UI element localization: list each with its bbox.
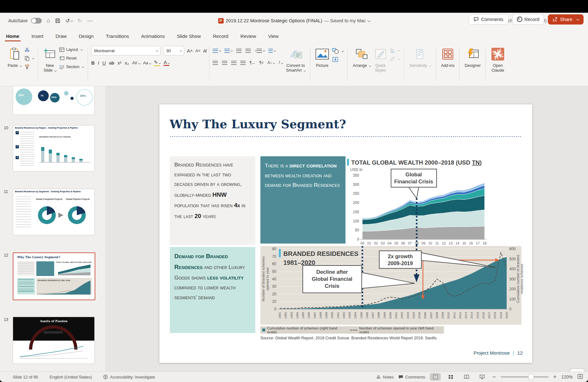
tab-transitions[interactable]: Transitions	[105, 31, 130, 41]
cut-button[interactable]	[25, 46, 34, 53]
subscript-button[interactable]: x₂	[125, 60, 129, 66]
tab-design[interactable]: Design	[78, 31, 94, 41]
zoom-level[interactable]: 120%	[561, 374, 573, 379]
clear-formatting-button[interactable]: A̸	[203, 48, 206, 53]
accessibility-status[interactable]: Accessibility: Investigate	[103, 375, 155, 379]
shape-outline-button[interactable]	[390, 56, 400, 62]
quick-styles-button[interactable]: QuickStyles	[374, 46, 387, 73]
comments-button[interactable]: Comments	[469, 14, 508, 25]
textbox-demand-volatility[interactable]: Demand for Branded Residences and other …	[170, 247, 255, 333]
bullets-button[interactable]	[213, 49, 221, 53]
autosave-toggle[interactable]	[31, 18, 42, 24]
font-color-button[interactable]: A	[163, 60, 169, 66]
section-button[interactable]: Section	[59, 64, 83, 70]
justify-button[interactable]	[240, 61, 246, 65]
increase-indent-button[interactable]	[245, 49, 251, 53]
align-right-button[interactable]	[231, 61, 236, 65]
paste-button[interactable]: Paste	[8, 46, 21, 68]
svg-text:02: 02	[374, 241, 378, 245]
text-direction-button[interactable]: ¶↔	[250, 60, 255, 65]
textbox-branded-residences[interactable]: Branded Residences have expanded in the …	[170, 156, 255, 245]
font-name-select[interactable]: Montserrat	[91, 46, 161, 55]
redo-button[interactable]: ↻	[77, 18, 82, 24]
underline-button[interactable]: U	[102, 60, 106, 66]
format-painter-button[interactable]	[25, 64, 34, 70]
undo-button[interactable]: ↺	[65, 18, 72, 24]
tab-insert[interactable]: Insert	[31, 31, 44, 41]
arrange-button[interactable]: Arrange	[353, 46, 371, 68]
reading-view-button[interactable]	[461, 373, 472, 381]
highlight-color-button[interactable]: ✎	[154, 60, 161, 66]
tab-draw[interactable]: Draw	[55, 31, 67, 41]
normal-view-button[interactable]	[430, 373, 441, 381]
total-global-wealth-chart[interactable]: TOTAL GLOBAL WEALTH 2000–2018 (USD TN)US…	[346, 156, 524, 250]
picture-button[interactable]: Picture	[316, 46, 329, 68]
svg-text:BRANDED RESIDENCES 1981–2020: BRANDED RESIDENCES 1981–2020	[38, 279, 70, 281]
character-spacing-button[interactable]: AV	[132, 60, 140, 65]
text-box-rotate-button[interactable]: ⤴	[278, 60, 283, 65]
share-button[interactable]: Share	[548, 14, 584, 25]
convert-to-smartart-button[interactable]: Convert toSmartArt	[286, 46, 305, 73]
decrease-font-size-button[interactable]: A˅	[195, 48, 200, 53]
font-size-select[interactable]: 30	[163, 46, 184, 55]
slide-indicator[interactable]: Slide 12 of 95	[13, 375, 38, 379]
decrease-indent-button[interactable]	[236, 49, 242, 53]
notes-button[interactable]: Notes	[376, 375, 394, 379]
align-center-button[interactable]	[222, 61, 227, 65]
tab-home[interactable]: Home	[5, 31, 20, 41]
copy-button[interactable]	[25, 55, 34, 61]
reset-button[interactable]: Reset	[59, 55, 83, 61]
slide-show-button[interactable]	[477, 373, 488, 381]
strikethrough-button[interactable]: ab	[109, 60, 114, 66]
comments-statusbar-button[interactable]: Comments	[398, 375, 425, 379]
thumbnail-slide-11[interactable]: Branded Residences by Segments – Existin…	[13, 189, 95, 235]
tab-record[interactable]: Record	[212, 31, 229, 41]
sort-button[interactable]: A↕	[267, 60, 274, 65]
sensitivity-button[interactable]: Sensitivity	[409, 46, 431, 68]
designer-button[interactable]: Designer	[465, 46, 481, 68]
tab-animations[interactable]: Animations	[141, 31, 165, 41]
tab-view[interactable]: View	[268, 31, 279, 41]
slide-sorter-view-button[interactable]	[446, 373, 456, 381]
slide-title[interactable]: Why The Luxury Segment?	[170, 117, 346, 131]
record-button[interactable]: Record	[512, 14, 544, 25]
more-commands-button[interactable]: ⋯	[87, 18, 93, 24]
change-case-button[interactable]: Aa	[143, 60, 151, 65]
text-segment: 4x	[234, 202, 240, 209]
thumbnail-slide-10[interactable]: Branded Residences by Region – Existing …	[13, 125, 95, 172]
thumbnail-slide-12[interactable]: Why The Luxury Segment? TOTAL GLOBAL WEA…	[13, 252, 95, 300]
zoom-slider[interactable]	[501, 376, 548, 378]
new-slide-button[interactable]: NewSlide	[43, 46, 56, 73]
tab-review[interactable]: Review	[240, 31, 257, 41]
open-claude-button[interactable]: OpenClaude	[491, 46, 505, 73]
textbox-direct-correlation[interactable]: There is a direct correlation between we…	[260, 156, 345, 244]
fit-to-window-button[interactable]	[577, 374, 583, 380]
line-spacing-button[interactable]: ↕	[255, 48, 265, 53]
thumbnail-slide-9[interactable]: 33% 70 2019 30%	[13, 86, 95, 115]
sensitivity-icon	[415, 46, 425, 62]
increase-font-size-button[interactable]: A˄	[187, 48, 193, 53]
svg-text:03: 03	[381, 241, 385, 245]
save-icon[interactable]	[55, 18, 60, 23]
home-icon[interactable]: ⌂	[47, 18, 50, 24]
language-indicator[interactable]: English (United States)	[50, 375, 92, 379]
shapes-button[interactable]	[332, 48, 343, 54]
shape-fill-button[interactable]	[390, 47, 400, 53]
layout-button[interactable]: Layout	[59, 46, 83, 53]
zoom-slider-handle[interactable]	[528, 374, 534, 379]
columns-button[interactable]	[268, 49, 275, 53]
document-title[interactable]: P 2019.12.22 Montrose Srategic Options (…	[218, 18, 370, 24]
bold-button[interactable]: B	[91, 60, 95, 66]
zoom-in-button[interactable]: +	[553, 374, 557, 380]
italic-button[interactable]: I	[98, 60, 99, 66]
superscript-button[interactable]: x²	[118, 60, 122, 66]
tab-slide-show[interactable]: Slide Show	[176, 31, 201, 41]
text-box-button[interactable]: A	[332, 56, 343, 63]
thumbnail-slide-13[interactable]: Assets of Passion	[13, 317, 95, 364]
numbering-button[interactable]	[224, 49, 232, 53]
addins-icon	[441, 46, 454, 62]
align-text-button[interactable]: ¶˂	[259, 60, 264, 65]
addins-button[interactable]: Add-ins	[441, 46, 454, 68]
zoom-out-button[interactable]: −	[492, 374, 496, 380]
align-left-button[interactable]	[213, 61, 218, 65]
